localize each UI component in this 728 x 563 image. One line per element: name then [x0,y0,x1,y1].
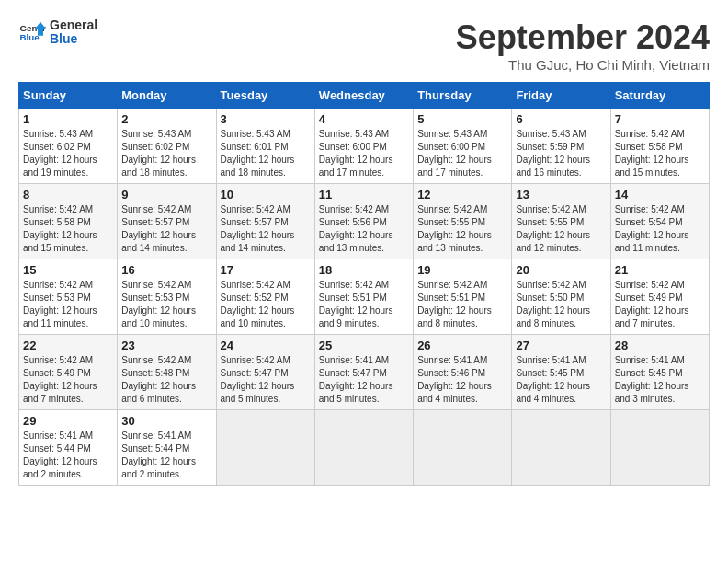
calendar-cell: 21Sunrise: 5:42 AMSunset: 5:49 PMDayligh… [610,259,709,335]
day-info: Sunrise: 5:42 AMSunset: 5:50 PMDaylight:… [516,279,606,330]
week-row-5: 29Sunrise: 5:41 AMSunset: 5:44 PMDayligh… [19,410,710,486]
day-number: 8 [23,188,113,201]
day-info: Sunrise: 5:42 AMSunset: 5:49 PMDaylight:… [615,279,705,330]
day-info: Sunrise: 5:42 AMSunset: 5:56 PMDaylight:… [319,203,409,255]
calendar-cell: 11Sunrise: 5:42 AMSunset: 5:56 PMDayligh… [314,184,413,259]
calendar-cell: 17Sunrise: 5:42 AMSunset: 5:52 PMDayligh… [216,259,314,335]
day-number: 13 [516,188,606,201]
day-info: Sunrise: 5:42 AMSunset: 5:51 PMDaylight:… [417,279,507,330]
day-number: 27 [516,339,606,352]
calendar-table: SundayMondayTuesdayWednesdayThursdayFrid… [18,82,710,486]
day-number: 28 [615,339,705,352]
header-thursday: Thursday [414,83,512,109]
calendar-cell: 5Sunrise: 5:43 AMSunset: 6:00 PMDaylight… [414,109,512,184]
calendar-cell: 2Sunrise: 5:43 AMSunset: 6:02 PMDaylight… [118,109,216,184]
day-number: 15 [23,263,113,277]
calendar-cell [216,410,314,486]
calendar-cell: 10Sunrise: 5:42 AMSunset: 5:57 PMDayligh… [216,184,314,259]
day-info: Sunrise: 5:41 AMSunset: 5:45 PMDaylight:… [615,354,705,406]
calendar-cell: 18Sunrise: 5:42 AMSunset: 5:51 PMDayligh… [314,259,413,335]
header-wednesday: Wednesday [314,83,413,109]
day-info: Sunrise: 5:41 AMSunset: 5:44 PMDaylight:… [121,430,211,481]
day-number: 4 [319,112,409,126]
day-number: 17 [221,263,311,277]
calendar-cell: 29Sunrise: 5:41 AMSunset: 5:44 PMDayligh… [19,410,118,486]
day-info: Sunrise: 5:43 AMSunset: 6:02 PMDaylight:… [121,128,211,179]
day-number: 3 [221,112,311,126]
day-number: 22 [23,339,113,352]
day-number: 2 [121,112,211,126]
calendar-title: September 2024 [456,18,710,57]
calendar-cell [414,410,512,486]
calendar-cell: 26Sunrise: 5:41 AMSunset: 5:46 PMDayligh… [414,335,512,410]
week-row-2: 8Sunrise: 5:42 AMSunset: 5:58 PMDaylight… [19,184,710,259]
day-number: 21 [615,263,705,277]
header-monday: Monday [118,83,216,109]
calendar-cell: 30Sunrise: 5:41 AMSunset: 5:44 PMDayligh… [118,410,216,486]
calendar-cell [314,410,413,486]
day-number: 9 [121,188,211,201]
day-number: 6 [516,112,606,126]
calendar-cell: 9Sunrise: 5:42 AMSunset: 5:57 PMDaylight… [118,184,216,259]
day-info: Sunrise: 5:41 AMSunset: 5:45 PMDaylight:… [516,354,606,406]
day-info: Sunrise: 5:42 AMSunset: 5:58 PMDaylight:… [23,203,113,255]
day-info: Sunrise: 5:42 AMSunset: 5:54 PMDaylight:… [615,203,705,255]
day-number: 10 [221,188,311,201]
calendar-cell: 19Sunrise: 5:42 AMSunset: 5:51 PMDayligh… [414,259,512,335]
day-info: Sunrise: 5:43 AMSunset: 6:00 PMDaylight:… [319,128,409,179]
logo-icon: General Blue [18,18,46,46]
logo-line2: Blue [50,32,97,46]
day-info: Sunrise: 5:42 AMSunset: 5:57 PMDaylight:… [221,203,311,255]
day-info: Sunrise: 5:42 AMSunset: 5:51 PMDaylight:… [319,279,409,330]
header-tuesday: Tuesday [216,83,314,109]
calendar-cell: 16Sunrise: 5:42 AMSunset: 5:53 PMDayligh… [118,259,216,335]
calendar-cell: 20Sunrise: 5:42 AMSunset: 5:50 PMDayligh… [512,259,610,335]
title-section: September 2024 Thu GJuc, Ho Chi Minh, Vi… [456,18,710,73]
logo-line1: General [50,18,97,32]
svg-text:Blue: Blue [20,32,40,42]
calendar-cell: 3Sunrise: 5:43 AMSunset: 6:01 PMDaylight… [216,109,314,184]
day-info: Sunrise: 5:42 AMSunset: 5:58 PMDaylight:… [615,128,705,179]
calendar-header-row: SundayMondayTuesdayWednesdayThursdayFrid… [19,83,710,109]
day-info: Sunrise: 5:42 AMSunset: 5:55 PMDaylight:… [417,203,507,255]
day-number: 20 [516,263,606,277]
day-number: 11 [319,188,409,201]
calendar-cell: 6Sunrise: 5:43 AMSunset: 5:59 PMDaylight… [512,109,610,184]
day-info: Sunrise: 5:43 AMSunset: 6:02 PMDaylight:… [23,128,113,179]
calendar-cell [610,410,709,486]
calendar-cell: 25Sunrise: 5:41 AMSunset: 5:47 PMDayligh… [314,335,413,410]
day-number: 5 [417,112,507,126]
calendar-cell [512,410,610,486]
day-number: 1 [23,112,113,126]
day-info: Sunrise: 5:43 AMSunset: 6:00 PMDaylight:… [417,128,507,179]
day-number: 7 [615,112,705,126]
day-info: Sunrise: 5:41 AMSunset: 5:46 PMDaylight:… [417,354,507,406]
day-number: 23 [121,339,211,352]
calendar-cell: 22Sunrise: 5:42 AMSunset: 5:49 PMDayligh… [19,335,118,410]
day-info: Sunrise: 5:42 AMSunset: 5:49 PMDaylight:… [23,354,113,406]
header-friday: Friday [512,83,610,109]
day-info: Sunrise: 5:42 AMSunset: 5:53 PMDaylight:… [23,279,113,330]
day-number: 24 [221,339,311,352]
day-number: 12 [417,188,507,201]
calendar-cell: 14Sunrise: 5:42 AMSunset: 5:54 PMDayligh… [610,184,709,259]
week-row-4: 22Sunrise: 5:42 AMSunset: 5:49 PMDayligh… [19,335,710,410]
week-row-3: 15Sunrise: 5:42 AMSunset: 5:53 PMDayligh… [19,259,710,335]
day-info: Sunrise: 5:43 AMSunset: 6:01 PMDaylight:… [221,128,311,179]
calendar-cell: 15Sunrise: 5:42 AMSunset: 5:53 PMDayligh… [19,259,118,335]
day-info: Sunrise: 5:42 AMSunset: 5:57 PMDaylight:… [121,203,211,255]
day-number: 18 [319,263,409,277]
day-number: 14 [615,188,705,201]
calendar-subtitle: Thu GJuc, Ho Chi Minh, Vietnam [456,57,710,73]
day-number: 29 [23,414,113,428]
logo-wordmark: General Blue [50,18,97,47]
calendar-cell: 24Sunrise: 5:42 AMSunset: 5:47 PMDayligh… [216,335,314,410]
day-number: 26 [417,339,507,352]
calendar-cell: 13Sunrise: 5:42 AMSunset: 5:55 PMDayligh… [512,184,610,259]
header-saturday: Saturday [610,83,709,109]
day-number: 16 [121,263,211,277]
day-info: Sunrise: 5:43 AMSunset: 5:59 PMDaylight:… [516,128,606,179]
calendar-cell: 8Sunrise: 5:42 AMSunset: 5:58 PMDaylight… [19,184,118,259]
calendar-cell: 23Sunrise: 5:42 AMSunset: 5:48 PMDayligh… [118,335,216,410]
calendar-cell: 4Sunrise: 5:43 AMSunset: 6:00 PMDaylight… [314,109,413,184]
